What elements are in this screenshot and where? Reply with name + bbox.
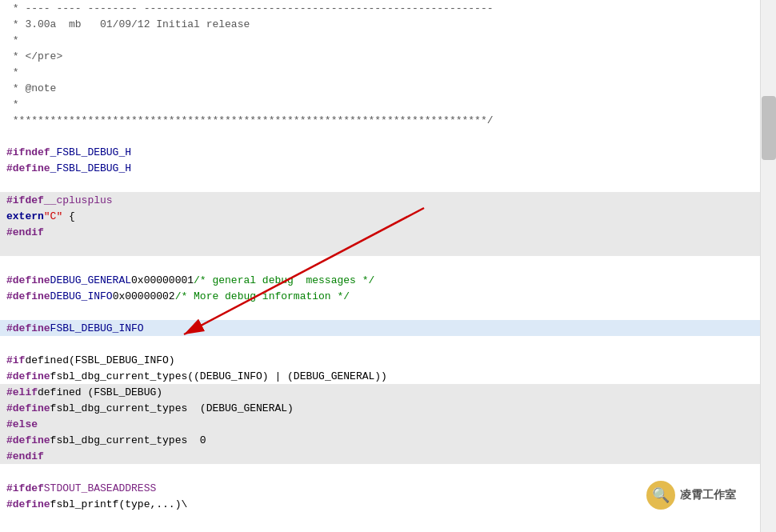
code-line: #define FSBL_DEBUG_INFO — [0, 320, 760, 336]
code-container: * ---- ---- -------- -------------------… — [0, 0, 760, 532]
code-line — [0, 176, 760, 192]
code-line: * — [0, 32, 760, 48]
code-line — [0, 304, 760, 320]
code-line: #define DEBUG_GENERAL 0x00000001 /* gene… — [0, 272, 760, 288]
code-lines: * ---- ---- -------- -------------------… — [0, 0, 760, 512]
code-line: * </pre> — [0, 48, 760, 64]
code-line: #define fsbl_dbg_current_types (DEBUG_GE… — [0, 400, 760, 416]
code-line: #endif — [0, 448, 760, 464]
code-line: * — [0, 64, 760, 80]
watermark: 🔍 凌霄工作室 — [646, 481, 736, 510]
scrollbar-thumb[interactable] — [762, 96, 776, 160]
code-line: #define _FSBL_DEBUG_H — [0, 160, 760, 176]
code-line: #else — [0, 416, 760, 432]
scrollbar[interactable] — [760, 0, 776, 532]
code-line — [0, 240, 760, 256]
code-line — [0, 464, 760, 480]
code-line: extern "C" { — [0, 208, 760, 224]
watermark-text: 凌霄工作室 — [680, 488, 736, 502]
code-line — [0, 128, 760, 144]
code-line: #endif — [0, 224, 760, 240]
code-line: * @note — [0, 80, 760, 96]
code-line: #ifndef _FSBL_DEBUG_H — [0, 144, 760, 160]
code-line: #define DEBUG_INFO 0x00000002 /* More de… — [0, 288, 760, 304]
code-line: * 3.00a mb 01/09/12 Initial release — [0, 16, 760, 32]
code-line — [0, 256, 760, 272]
code-line — [0, 336, 760, 352]
watermark-icon: 🔍 — [646, 481, 675, 510]
code-line: #define fsbl_dbg_current_types 0 — [0, 432, 760, 448]
code-line: * — [0, 96, 760, 112]
code-line: #define fsbl_dbg_current_types ((DEBUG_I… — [0, 368, 760, 384]
code-line: #ifdef __cplusplus — [0, 192, 760, 208]
code-line: #if defined (FSBL_DEBUG_INFO) — [0, 352, 760, 368]
code-line: ****************************************… — [0, 112, 760, 128]
code-line: #elif defined (FSBL_DEBUG) — [0, 384, 760, 400]
code-line: * ---- ---- -------- -------------------… — [0, 0, 760, 16]
